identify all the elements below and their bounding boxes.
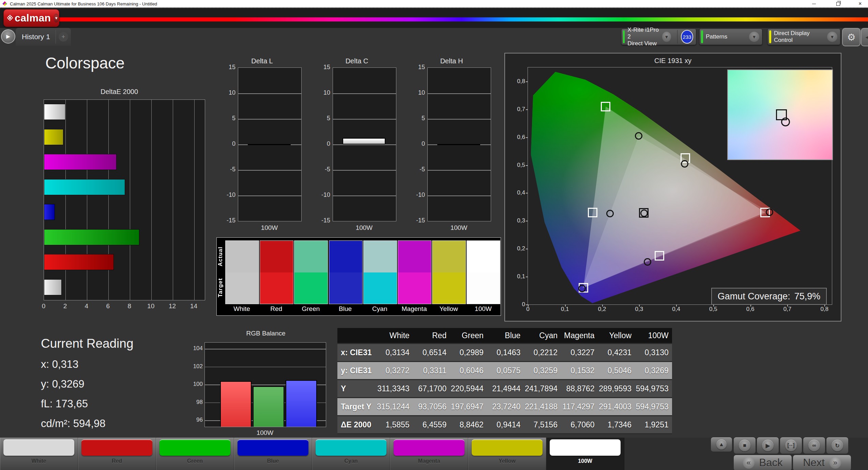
target-swatch: [364, 272, 397, 304]
refresh-button[interactable]: ↻: [826, 437, 849, 454]
loop-button[interactable]: ∞: [803, 437, 825, 454]
rgb-balance-plot-area: [204, 342, 326, 427]
gridline: [428, 93, 491, 94]
reading-fl: fL: 173,65: [41, 398, 133, 410]
row-label: ΔE 2000: [337, 416, 376, 433]
meter-dropdown[interactable]: X-Rite i1Pro 2 Direct View ▼ 233: [621, 29, 696, 45]
display-control-dropdown[interactable]: Direct Display Control ▼: [767, 29, 840, 45]
table-cell: 1,7346: [598, 416, 635, 433]
column-header-green: Green: [450, 328, 487, 343]
y-tick-label: 102: [191, 363, 203, 370]
target-row-label: Target: [216, 272, 225, 303]
y-tick-label: 0,2: [517, 245, 525, 252]
target-swatch: [260, 272, 293, 304]
table-row: Target Y315,124493,7056197,694723,724022…: [337, 398, 672, 415]
x-tick-label: 0,5: [709, 306, 717, 313]
y-tick-label: 0,5: [517, 162, 525, 169]
y-tick-label: -5: [223, 166, 235, 173]
gridline: [428, 119, 491, 120]
play-button[interactable]: ▶: [757, 437, 779, 454]
x-tick-label: 0,8: [820, 306, 828, 313]
collapse-panel-button[interactable]: ◀: [861, 28, 868, 46]
plus-icon: +: [59, 32, 68, 42]
back-chevron-icon: «: [743, 457, 755, 469]
y-tick-label: -15: [317, 217, 330, 224]
patterns-dropdown[interactable]: Patterns ▼: [699, 29, 762, 45]
tab-history-1[interactable]: History 1 +: [16, 28, 71, 46]
patterns-status-stripe: [701, 30, 703, 43]
pattern-label: Magenta: [390, 458, 468, 464]
swatch-column-cyan: [363, 240, 397, 304]
pattern-button-cyan[interactable]: Cyan: [312, 438, 390, 470]
chevron-left-icon: ◀: [866, 33, 868, 42]
stop-button-icon: ■: [739, 440, 750, 451]
stop-button[interactable]: ■: [733, 437, 756, 454]
pattern-button-red[interactable]: Red: [78, 438, 156, 470]
gridline: [333, 170, 396, 171]
gamut-coverage-value: 75,9%: [794, 291, 821, 302]
table-cell: 0,5046: [598, 362, 635, 379]
deltae-bar-blue: [44, 204, 55, 220]
cie-actual-marker: [606, 210, 614, 217]
chevron-down-icon: ▼: [662, 32, 671, 42]
pattern-swatch: [394, 439, 465, 456]
table-cell: 0,3134: [376, 344, 413, 361]
pattern-button-magenta[interactable]: Magenta: [390, 438, 468, 470]
table-cell: 117,4297: [561, 398, 598, 415]
deltae-bar-white: [44, 279, 62, 295]
row-label: x: CIE31: [337, 344, 376, 361]
table-cell: 67,1700: [413, 380, 450, 397]
delta-plot-area: [427, 67, 491, 221]
add-tab-button[interactable]: +: [56, 28, 71, 46]
pattern-button-100w[interactable]: 100W: [546, 438, 624, 470]
back-button[interactable]: « Back: [733, 455, 792, 470]
calman-menu-button[interactable]: calman ▼: [3, 9, 59, 27]
target-swatch: [398, 272, 431, 304]
x-tick-label: 6: [106, 302, 110, 310]
deltae-bar-red: [44, 254, 114, 270]
pattern-button-white[interactable]: White: [0, 438, 78, 470]
x-tick-label: 0: [526, 306, 529, 313]
back-label: Back: [759, 457, 783, 469]
y-tick-label: 0,3: [517, 217, 525, 224]
y-tick: [526, 109, 528, 110]
pattern-swatch: [238, 439, 308, 456]
rgb-balance-chart: RGB Balance 100W 1041021009896: [196, 330, 336, 437]
next-button[interactable]: Next »: [793, 455, 851, 470]
play-button-icon: ▶: [762, 440, 774, 451]
y-tick-label: 0,8: [517, 78, 525, 85]
x-tick-label: 14: [190, 302, 197, 310]
table-header-row: WhiteRedGreenBlueCyanMagentaYellow100W: [337, 328, 672, 343]
page-title: Colorspace: [45, 54, 125, 72]
target-swatch: [226, 272, 259, 304]
history-play-button[interactable]: ▶: [1, 29, 15, 44]
pattern-panel-expand-button[interactable]: ▲: [711, 437, 732, 452]
minimize-button[interactable]: [806, 0, 822, 7]
swatch-column-green: [294, 240, 328, 304]
y-tick: [526, 193, 528, 193]
pattern-label: Blue: [234, 458, 312, 464]
loop-button-icon: ∞: [808, 440, 820, 451]
app-logo-icon: [2, 1, 7, 6]
pattern-button-green[interactable]: Green: [156, 438, 234, 470]
range-button[interactable]: [··]: [780, 437, 802, 454]
measurement-table: WhiteRedGreenBlueCyanMagentaYellow100Wx:…: [337, 328, 672, 434]
pattern-button-yellow[interactable]: Yellow: [468, 438, 546, 470]
swatch-column-yellow: [432, 240, 466, 304]
pattern-button-strip: WhiteRedGreenBlueCyanMagentaYellow100W: [0, 438, 624, 470]
table-cell: 0,1532: [561, 362, 598, 379]
cie-1931-panel: CIE 1931 xy: [504, 53, 841, 322]
zero-gridline: [333, 144, 396, 145]
swatch-label: Yellow: [432, 305, 465, 313]
close-button[interactable]: ×: [852, 0, 868, 7]
pattern-button-blue[interactable]: Blue: [234, 438, 312, 470]
y-tick: [526, 304, 528, 305]
y-tick: [526, 249, 528, 249]
pattern-label: Yellow: [468, 458, 546, 464]
actual-swatch: [294, 241, 328, 272]
gridline: [130, 100, 131, 300]
swatch-column-red: [260, 240, 293, 304]
column-header-100w: 100W: [635, 328, 672, 343]
settings-button[interactable]: ⚙: [842, 28, 861, 46]
restore-button[interactable]: [830, 0, 846, 7]
